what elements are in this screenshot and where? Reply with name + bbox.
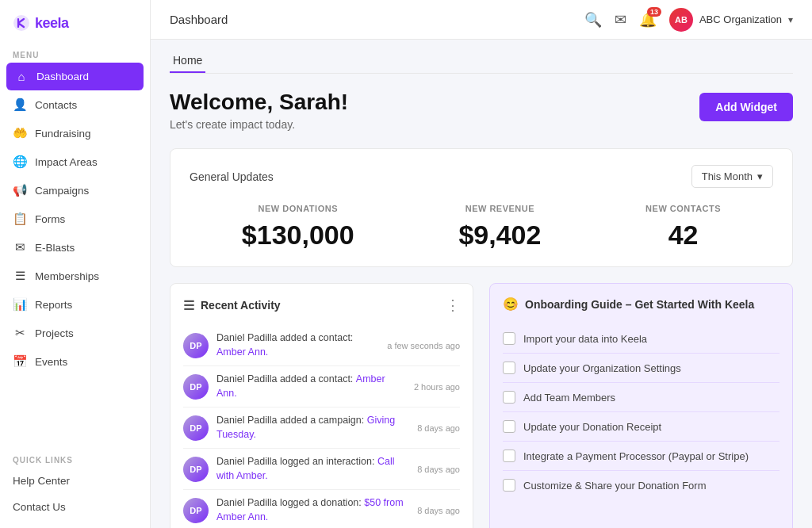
activity-time: 8 days ago: [417, 465, 460, 474]
avatar: DP: [183, 333, 209, 358]
list-item: DP Daniel Padilla added a contact: Amber…: [183, 366, 460, 407]
welcome-section: Welcome, Sarah! Let's create impact toda…: [170, 90, 793, 131]
activity-text: Daniel Padilla added a contact: Amber An…: [216, 331, 374, 359]
sidebar-item-reports[interactable]: 📊Reports: [0, 290, 150, 319]
logo: keela: [0, 0, 150, 43]
onboarding-checkbox[interactable]: [503, 420, 515, 433]
onboarding-checkbox[interactable]: [503, 391, 515, 404]
tab-home[interactable]: Home: [170, 49, 205, 73]
recent-activity-card: ☰ Recent Activity ⋮ DP Daniel Padilla ad…: [170, 283, 473, 528]
onboarding-item-label: Add Team Members: [523, 392, 615, 404]
activity-actor: Daniel Padilla logged an interaction:: [216, 456, 377, 467]
notification-icon[interactable]: 🔔 13: [639, 11, 657, 29]
onboarding-card: 😊 Onboarding Guide – Get Started With Ke…: [489, 283, 793, 528]
activity-more-icon[interactable]: ⋮: [446, 297, 460, 314]
stats-grid: NEW DONATIONS $130,000 NEW REVENUE $9,40…: [190, 204, 773, 251]
list-item: DP Daniel Padilla logged a donation: $50…: [183, 490, 460, 528]
stat-label: NEW DONATIONS: [242, 204, 354, 213]
list-item: Import your data into Keela: [503, 324, 779, 354]
activity-text: Daniel Padilla logged an interaction: Ca…: [216, 455, 404, 483]
fundraising-nav-icon: 🤲: [13, 126, 27, 140]
forms-nav-icon: 📋: [13, 212, 27, 226]
quick-link-help-center[interactable]: Help Center: [0, 468, 150, 494]
impact-areas-nav-label: Impact Areas: [35, 156, 98, 168]
list-item: Add Team Members: [503, 383, 779, 412]
avatar: DP: [183, 415, 209, 441]
sidebar-item-e-blasts[interactable]: ✉E-Blasts: [0, 233, 150, 262]
activity-text: Daniel Padilla logged a donation: $50 fr…: [216, 496, 404, 524]
period-selector[interactable]: This Month ▾: [691, 165, 773, 188]
stat-item: NEW CONTACTS 42: [645, 204, 721, 251]
stat-item: NEW DONATIONS $130,000: [242, 204, 354, 251]
svg-point-0: [13, 15, 29, 31]
stats-header: General Updates This Month ▾: [190, 165, 773, 188]
sidebar-item-fundraising[interactable]: 🤲Fundraising: [0, 119, 150, 147]
activity-time: a few seconds ago: [387, 341, 460, 350]
bottom-grid: ☰ Recent Activity ⋮ DP Daniel Padilla ad…: [170, 283, 793, 528]
stat-label: NEW CONTACTS: [645, 204, 721, 213]
activity-list: DP Daniel Padilla added a contact: Amber…: [183, 325, 460, 528]
list-item: Integrate a Payment Processor (Paypal or…: [503, 442, 779, 471]
onboarding-title: Onboarding Guide – Get Started With Keel…: [525, 298, 754, 311]
projects-nav-icon: ✂: [13, 326, 27, 340]
sidebar-item-events[interactable]: 📅Events: [0, 347, 150, 376]
activity-text: Daniel Padilla added a campaign: Giving …: [216, 414, 404, 442]
reports-nav-icon: 📊: [13, 297, 27, 312]
welcome-text: Welcome, Sarah! Let's create impact toda…: [170, 90, 348, 131]
sidebar-item-impact-areas[interactable]: 🌐Impact Areas: [0, 147, 150, 176]
activity-time: 8 days ago: [417, 423, 460, 433]
logo-text: keela: [35, 15, 69, 32]
sidebar-item-memberships[interactable]: ☰Memberships: [0, 262, 150, 290]
onboarding-item-label: Customize & Share your Donation Form: [523, 480, 706, 492]
stat-item: NEW REVENUE $9,402: [458, 204, 541, 251]
avatar: DP: [183, 498, 209, 523]
stat-value: $130,000: [242, 220, 354, 251]
contacts-nav-icon: 👤: [13, 98, 27, 112]
sidebar-item-projects[interactable]: ✂Projects: [0, 319, 150, 347]
onboarding-checkbox[interactable]: [503, 332, 515, 345]
sidebar-item-campaigns[interactable]: 📢Campaigns: [0, 176, 150, 205]
onboarding-header: 😊 Onboarding Guide – Get Started With Ke…: [503, 297, 779, 312]
quick-links-section: QUICK LINKS Help CenterContact Us: [0, 448, 150, 528]
fundraising-nav-label: Fundraising: [35, 128, 91, 140]
home-tab-bar: Home: [170, 40, 793, 74]
avatar: DP: [183, 457, 209, 482]
activity-link[interactable]: Amber Ann.: [216, 346, 268, 358]
sidebar-item-forms[interactable]: 📋Forms: [0, 205, 150, 233]
org-name: ABC Organization: [699, 13, 782, 25]
stat-label: NEW REVENUE: [458, 204, 541, 213]
list-item: Update your Donation Receipt: [503, 412, 779, 442]
contacts-nav-label: Contacts: [35, 99, 77, 111]
sidebar-item-dashboard[interactable]: ⌂Dashboard: [0, 63, 150, 90]
memberships-nav-icon: ☰: [13, 269, 27, 283]
activity-card-title-row: ☰ Recent Activity: [183, 298, 281, 313]
events-nav-icon: 📅: [13, 354, 27, 369]
list-item: DP Daniel Padilla added a contact: Amber…: [183, 325, 460, 366]
chevron-down-icon: ▾: [788, 14, 793, 25]
welcome-title: Welcome, Sarah!: [170, 90, 348, 115]
onboarding-item-label: Import your data into Keela: [523, 333, 647, 345]
period-chevron-icon: ▾: [757, 170, 763, 182]
e-blasts-nav-label: E-Blasts: [35, 242, 75, 254]
onboarding-checkbox[interactable]: [503, 479, 515, 492]
memberships-nav-label: Memberships: [35, 270, 99, 282]
period-label: This Month: [702, 170, 753, 182]
dashboard-nav-icon: ⌂: [14, 70, 29, 83]
sidebar-item-contacts[interactable]: 👤Contacts: [0, 90, 150, 119]
org-avatar: AB: [669, 8, 693, 32]
quick-link-contact-us[interactable]: Contact Us: [0, 494, 150, 520]
add-widget-button[interactable]: Add Widget: [699, 93, 793, 121]
activity-text: Daniel Padilla added a contact: Amber An…: [216, 373, 401, 400]
onboarding-checkbox[interactable]: [503, 450, 515, 462]
forms-nav-label: Forms: [35, 213, 65, 225]
activity-title: Recent Activity: [201, 299, 281, 312]
org-info[interactable]: AB ABC Organization ▾: [669, 8, 793, 32]
stat-value: 42: [645, 220, 721, 251]
dashboard-nav-label: Dashboard: [36, 71, 89, 82]
search-icon[interactable]: 🔍: [584, 11, 602, 29]
e-blasts-nav-icon: ✉: [13, 240, 27, 254]
onboarding-checkbox[interactable]: [503, 362, 515, 374]
sidebar: keela MENU ⌂Dashboard👤Contacts🤲Fundraisi…: [0, 0, 151, 528]
mail-icon[interactable]: ✉: [615, 11, 626, 29]
activity-actor: Daniel Padilla added a contact:: [216, 332, 353, 343]
